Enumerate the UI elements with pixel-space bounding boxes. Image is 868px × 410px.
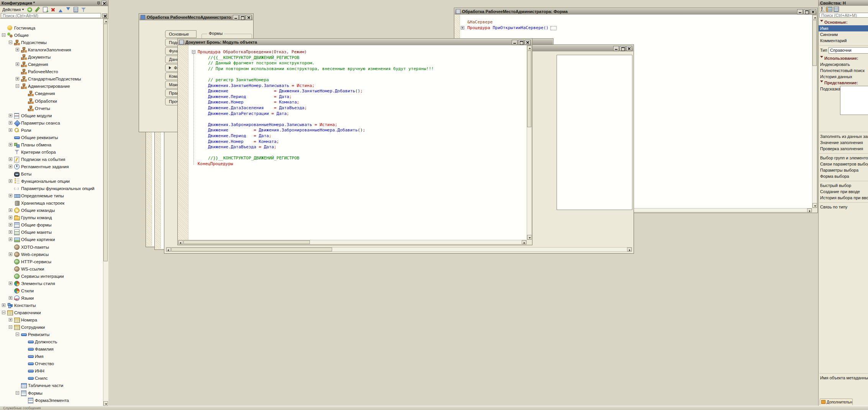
- pin-icon[interactable]: [97, 1, 100, 5]
- tree-item[interactable]: Web-сервисы: [0, 251, 108, 258]
- expand-icon[interactable]: [9, 296, 12, 300]
- type-combobox[interactable]: Справочни: [829, 47, 868, 54]
- tree-item[interactable]: Табличные части: [0, 382, 108, 389]
- tab-additional[interactable]: Дополнительно: [820, 399, 853, 405]
- collapsed-region-icon[interactable]: [550, 26, 557, 30]
- fold-expand-icon[interactable]: [461, 26, 464, 30]
- property-category[interactable]: Основные:: [819, 19, 868, 25]
- collapse-icon[interactable]: [16, 84, 19, 88]
- expand-icon[interactable]: [9, 282, 12, 285]
- tree-item[interactable]: Определяемые типы: [0, 192, 108, 199]
- tree-item[interactable]: Боты: [0, 171, 108, 177]
- property-row[interactable]: Создание при вводе: [819, 189, 868, 195]
- horizontal-scrollbar[interactable]: [166, 247, 632, 252]
- close-button[interactable]: [246, 15, 252, 20]
- minimize-button[interactable]: [613, 46, 619, 51]
- property-category[interactable]: Представление:: [819, 80, 868, 86]
- close-button[interactable]: [626, 46, 632, 51]
- tree-item[interactable]: Гостиница: [0, 25, 108, 31]
- expand-icon[interactable]: [9, 230, 12, 234]
- clear-search-button[interactable]: [102, 13, 107, 18]
- close-button[interactable]: [102, 1, 106, 5]
- window-titlebar[interactable]: Документ Бронь: Модуль объекта: [178, 39, 532, 45]
- property-category[interactable]: Использование:: [819, 55, 868, 61]
- tree-item[interactable]: Планы обмена: [0, 141, 108, 148]
- expand-icon[interactable]: [9, 157, 12, 161]
- expand-icon[interactable]: [9, 128, 12, 132]
- window-titlebar[interactable]: Обработка РабочееМестоАдминистратора: Фо…: [455, 8, 817, 15]
- expand-icon[interactable]: [2, 303, 5, 307]
- property-row[interactable]: Синоним: [819, 31, 868, 38]
- expand-icon[interactable]: [9, 143, 12, 146]
- maximize-button[interactable]: [620, 46, 626, 51]
- tree-item[interactable]: Подсистемы: [0, 39, 108, 46]
- expand-icon[interactable]: [9, 208, 12, 212]
- collapse-icon[interactable]: [2, 33, 5, 37]
- property-row[interactable]: Быстрый выбор: [819, 182, 868, 189]
- panel-titlebar[interactable]: Свойства: Н: [819, 0, 868, 6]
- tree-item[interactable]: Общие формы: [0, 221, 108, 228]
- property-row[interactable]: Значение заполнения: [819, 139, 868, 146]
- copy-button[interactable]: [42, 7, 48, 13]
- property-row-hint[interactable]: Подсказка: [819, 86, 868, 117]
- tree-item[interactable]: СтандартныеПодсистемы: [0, 75, 108, 82]
- expand-icon[interactable]: [9, 253, 12, 256]
- property-row[interactable]: Параметры выбора: [819, 167, 868, 173]
- hint-textbox[interactable]: [840, 86, 868, 115]
- expand-icon[interactable]: [9, 121, 12, 125]
- minimize-button[interactable]: [797, 9, 803, 14]
- tree-item[interactable]: Формы: [0, 390, 108, 397]
- expand-icon[interactable]: [9, 318, 12, 321]
- expand-icon[interactable]: [9, 165, 12, 168]
- tree-item[interactable]: ИНН: [0, 367, 108, 374]
- tree-item[interactable]: Номера: [0, 317, 108, 323]
- edit-button[interactable]: [34, 7, 41, 13]
- horizontal-scrollbar[interactable]: [178, 240, 527, 244]
- tree-item[interactable]: HTTP-сервисы: [0, 258, 108, 265]
- minimize-button[interactable]: [512, 40, 518, 45]
- tree-item[interactable]: Стили: [0, 287, 108, 294]
- tree-item[interactable]: XDTO-пакеты: [0, 244, 108, 251]
- tree-item[interactable]: РабочееМесто: [0, 68, 108, 75]
- tree-item[interactable]: Реквизиты: [0, 331, 108, 338]
- property-row[interactable]: Связи параметров выбора: [819, 161, 868, 167]
- tree-item[interactable]: Критерии отбора: [0, 149, 108, 156]
- code-editor-object-module[interactable]: Процедура ОбработкаПроведения(Отказ, Реж…: [178, 45, 527, 240]
- collapse-icon[interactable]: [16, 391, 19, 395]
- filter-button[interactable]: [80, 7, 87, 13]
- sort-list-button[interactable]: [72, 7, 79, 13]
- tree-item[interactable]: Константы: [0, 302, 108, 309]
- group-by-category-button[interactable]: [826, 7, 832, 12]
- tree-item[interactable]: Регламентные задания: [0, 163, 108, 170]
- vertical-scrollbar[interactable]: [527, 45, 532, 240]
- sort-alphabetical-button[interactable]: AZ↓: [819, 7, 825, 12]
- collapse-icon[interactable]: [2, 311, 5, 314]
- tree-item[interactable]: (...)Параметры функциональных опций: [0, 185, 108, 192]
- property-row[interactable]: Выбор групп и элементов: [819, 155, 868, 161]
- close-button[interactable]: [810, 9, 816, 14]
- collapse-icon[interactable]: [9, 325, 12, 329]
- close-button[interactable]: [525, 40, 531, 45]
- property-row[interactable]: Имя: [819, 25, 868, 31]
- tree-item[interactable]: Языки: [0, 295, 108, 302]
- tree-item[interactable]: Общие картинки: [0, 236, 108, 243]
- expand-icon[interactable]: [16, 48, 19, 51]
- tab-основные[interactable]: Основные: [165, 30, 197, 38]
- expand-icon[interactable]: [16, 62, 19, 66]
- tree-item[interactable]: Отчество: [0, 360, 108, 367]
- tree-item[interactable]: Группы команд: [0, 214, 108, 221]
- property-row[interactable]: Индексировать: [819, 61, 868, 67]
- tree-item[interactable]: ФормаЭлемента: [0, 397, 108, 404]
- expand-icon[interactable]: [9, 179, 12, 183]
- minimize-button[interactable]: [233, 15, 239, 20]
- tree-item[interactable]: Подписки на события: [0, 156, 108, 163]
- maximize-button[interactable]: [239, 15, 245, 20]
- property-row[interactable]: Комментарий: [819, 38, 868, 44]
- vertical-scrollbar[interactable]: [812, 15, 817, 208]
- expand-icon[interactable]: [9, 238, 12, 241]
- expand-icon[interactable]: [9, 114, 12, 117]
- expand-icon[interactable]: [9, 223, 12, 226]
- tree-item[interactable]: КаталогиЗаполнения: [0, 46, 108, 53]
- tree-item[interactable]: Общие реквизиты: [0, 134, 108, 141]
- property-row-type[interactable]: ТипСправочни: [819, 47, 868, 55]
